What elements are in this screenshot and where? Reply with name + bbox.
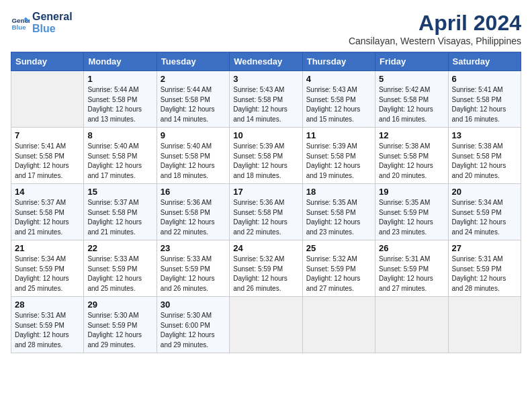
- day-info: Sunrise: 5:41 AMSunset: 5:58 PMDaylight:…: [15, 142, 80, 181]
- day-number: 16: [161, 187, 226, 197]
- month-title: April 2024: [349, 11, 521, 36]
- day-info: Sunrise: 5:42 AMSunset: 5:58 PMDaylight:…: [379, 85, 444, 124]
- calendar-cell: 6Sunrise: 5:41 AMSunset: 5:58 PMDaylight…: [448, 71, 521, 128]
- calendar-cell: 13Sunrise: 5:38 AMSunset: 5:58 PMDayligh…: [448, 128, 521, 184]
- day-number: 22: [87, 243, 152, 253]
- day-number: 25: [306, 243, 371, 253]
- day-info: Sunrise: 5:34 AMSunset: 5:59 PMDaylight:…: [15, 255, 80, 293]
- calendar-cell: 12Sunrise: 5:38 AMSunset: 5:58 PMDayligh…: [375, 128, 448, 184]
- day-number: 29: [87, 300, 152, 310]
- calendar-cell: 5Sunrise: 5:42 AMSunset: 5:58 PMDaylight…: [375, 71, 448, 128]
- day-info: Sunrise: 5:31 AMSunset: 5:59 PMDaylight:…: [452, 255, 517, 293]
- logo: General Blue General Blue: [11, 11, 73, 36]
- day-number: 1: [87, 74, 152, 84]
- calendar-week-row: 14Sunrise: 5:37 AMSunset: 5:58 PMDayligh…: [11, 184, 521, 240]
- day-info: Sunrise: 5:43 AMSunset: 5:58 PMDaylight:…: [306, 85, 371, 124]
- day-info: Sunrise: 5:43 AMSunset: 5:58 PMDaylight:…: [233, 85, 298, 124]
- day-info: Sunrise: 5:36 AMSunset: 5:58 PMDaylight:…: [233, 198, 298, 237]
- calendar-cell: 21Sunrise: 5:34 AMSunset: 5:59 PMDayligh…: [11, 240, 84, 297]
- day-number: 30: [161, 300, 226, 310]
- calendar-cell: 11Sunrise: 5:39 AMSunset: 5:58 PMDayligh…: [302, 128, 375, 184]
- day-number: 26: [379, 243, 444, 253]
- logo-icon: General Blue: [11, 13, 30, 32]
- calendar-cell: 23Sunrise: 5:33 AMSunset: 5:59 PMDayligh…: [157, 240, 229, 297]
- calendar-cell: 27Sunrise: 5:31 AMSunset: 5:59 PMDayligh…: [448, 240, 521, 297]
- calendar-header-row: SundayMondayTuesdayWednesdayThursdayFrid…: [11, 52, 521, 71]
- calendar-cell: 15Sunrise: 5:37 AMSunset: 5:58 PMDayligh…: [84, 184, 157, 240]
- day-info: Sunrise: 5:33 AMSunset: 5:59 PMDaylight:…: [87, 255, 152, 293]
- day-number: 14: [15, 187, 80, 197]
- calendar-cell: 28Sunrise: 5:31 AMSunset: 5:59 PMDayligh…: [11, 297, 84, 353]
- day-number: 18: [306, 187, 371, 197]
- page-header: General Blue General Blue April 2024 Can…: [11, 11, 521, 46]
- calendar-cell: 14Sunrise: 5:37 AMSunset: 5:58 PMDayligh…: [11, 184, 84, 240]
- day-info: Sunrise: 5:32 AMSunset: 5:59 PMDaylight:…: [233, 255, 298, 293]
- weekday-header: Thursday: [302, 52, 375, 71]
- day-info: Sunrise: 5:44 AMSunset: 5:58 PMDaylight:…: [87, 85, 152, 124]
- day-info: Sunrise: 5:35 AMSunset: 5:58 PMDaylight:…: [306, 198, 371, 237]
- day-number: 21: [15, 243, 80, 253]
- day-info: Sunrise: 5:37 AMSunset: 5:58 PMDaylight:…: [15, 198, 80, 237]
- day-info: Sunrise: 5:39 AMSunset: 5:58 PMDaylight:…: [233, 142, 298, 181]
- weekday-header: Sunday: [11, 52, 84, 71]
- day-number: 5: [379, 74, 444, 84]
- day-info: Sunrise: 5:38 AMSunset: 5:58 PMDaylight:…: [379, 142, 444, 181]
- calendar-cell: 16Sunrise: 5:36 AMSunset: 5:58 PMDayligh…: [157, 184, 229, 240]
- calendar-cell: [448, 297, 521, 353]
- calendar-cell: 3Sunrise: 5:43 AMSunset: 5:58 PMDaylight…: [230, 71, 302, 128]
- day-info: Sunrise: 5:41 AMSunset: 5:58 PMDaylight:…: [452, 85, 517, 124]
- weekday-header: Monday: [84, 52, 157, 71]
- calendar-cell: 8Sunrise: 5:40 AMSunset: 5:58 PMDaylight…: [84, 128, 157, 184]
- calendar-cell: 2Sunrise: 5:44 AMSunset: 5:58 PMDaylight…: [157, 71, 229, 128]
- day-number: 3: [233, 74, 298, 84]
- calendar-cell: [302, 297, 375, 353]
- day-info: Sunrise: 5:30 AMSunset: 5:59 PMDaylight:…: [87, 311, 152, 350]
- calendar-table: SundayMondayTuesdayWednesdayThursdayFrid…: [11, 52, 521, 353]
- day-number: 8: [87, 130, 152, 140]
- calendar-cell: 17Sunrise: 5:36 AMSunset: 5:58 PMDayligh…: [230, 184, 302, 240]
- svg-text:Blue: Blue: [11, 24, 26, 31]
- calendar-week-row: 21Sunrise: 5:34 AMSunset: 5:59 PMDayligh…: [11, 240, 521, 297]
- calendar-cell: 22Sunrise: 5:33 AMSunset: 5:59 PMDayligh…: [84, 240, 157, 297]
- calendar-cell: 24Sunrise: 5:32 AMSunset: 5:59 PMDayligh…: [230, 240, 302, 297]
- calendar-week-row: 28Sunrise: 5:31 AMSunset: 5:59 PMDayligh…: [11, 297, 521, 353]
- day-number: 17: [233, 187, 298, 197]
- calendar-cell: [230, 297, 302, 353]
- day-number: 10: [233, 130, 298, 140]
- day-number: 6: [452, 74, 517, 84]
- day-number: 23: [161, 243, 226, 253]
- day-info: Sunrise: 5:40 AMSunset: 5:58 PMDaylight:…: [161, 142, 226, 181]
- day-info: Sunrise: 5:39 AMSunset: 5:58 PMDaylight:…: [306, 142, 371, 181]
- day-info: Sunrise: 5:31 AMSunset: 5:59 PMDaylight:…: [379, 255, 444, 293]
- weekday-header: Saturday: [448, 52, 521, 71]
- day-info: Sunrise: 5:32 AMSunset: 5:59 PMDaylight:…: [306, 255, 371, 293]
- calendar-week-row: 1Sunrise: 5:44 AMSunset: 5:58 PMDaylight…: [11, 71, 521, 128]
- calendar-cell: 1Sunrise: 5:44 AMSunset: 5:58 PMDaylight…: [84, 71, 157, 128]
- day-number: 19: [379, 187, 444, 197]
- weekday-header: Friday: [375, 52, 448, 71]
- day-number: 11: [306, 130, 371, 140]
- calendar-cell: 29Sunrise: 5:30 AMSunset: 5:59 PMDayligh…: [84, 297, 157, 353]
- calendar-cell: [11, 71, 84, 128]
- calendar-cell: 30Sunrise: 5:30 AMSunset: 6:00 PMDayligh…: [157, 297, 229, 353]
- day-number: 2: [161, 74, 226, 84]
- day-info: Sunrise: 5:38 AMSunset: 5:58 PMDaylight:…: [452, 142, 517, 181]
- day-number: 7: [15, 130, 80, 140]
- calendar-cell: [375, 297, 448, 353]
- calendar-body: 1Sunrise: 5:44 AMSunset: 5:58 PMDaylight…: [11, 71, 521, 353]
- day-number: 28: [15, 300, 80, 310]
- day-number: 12: [379, 130, 444, 140]
- day-number: 20: [452, 187, 517, 197]
- day-info: Sunrise: 5:30 AMSunset: 6:00 PMDaylight:…: [161, 311, 226, 350]
- day-number: 27: [452, 243, 517, 253]
- calendar-cell: 18Sunrise: 5:35 AMSunset: 5:58 PMDayligh…: [302, 184, 375, 240]
- calendar-cell: 10Sunrise: 5:39 AMSunset: 5:58 PMDayligh…: [230, 128, 302, 184]
- weekday-header: Tuesday: [157, 52, 229, 71]
- calendar-cell: 19Sunrise: 5:35 AMSunset: 5:59 PMDayligh…: [375, 184, 448, 240]
- calendar-cell: 7Sunrise: 5:41 AMSunset: 5:58 PMDaylight…: [11, 128, 84, 184]
- title-block: April 2024 Cansilayan, Western Visayas, …: [349, 11, 521, 46]
- day-info: Sunrise: 5:35 AMSunset: 5:59 PMDaylight:…: [379, 198, 444, 237]
- calendar-cell: 4Sunrise: 5:43 AMSunset: 5:58 PMDaylight…: [302, 71, 375, 128]
- calendar-week-row: 7Sunrise: 5:41 AMSunset: 5:58 PMDaylight…: [11, 128, 521, 184]
- day-info: Sunrise: 5:31 AMSunset: 5:59 PMDaylight:…: [15, 311, 80, 350]
